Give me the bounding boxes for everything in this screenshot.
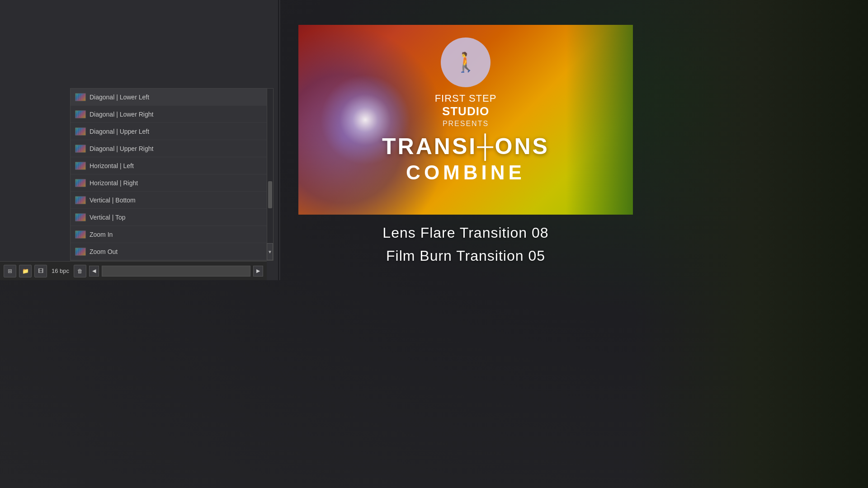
list-item[interactable]: Horizontal | Right bbox=[71, 174, 273, 192]
item-label: Horizontal | Left bbox=[90, 162, 134, 169]
list-item[interactable]: Diagonal | Lower Left bbox=[71, 89, 273, 106]
item-label: Vertical | Bottom bbox=[90, 197, 136, 204]
list-item[interactable]: Diagonal | Upper Left bbox=[71, 123, 273, 140]
list-item[interactable]: Vertical | Bottom bbox=[71, 192, 273, 209]
prev-button[interactable]: ◀ bbox=[89, 266, 99, 277]
scrollbar-thumb[interactable] bbox=[268, 181, 272, 208]
list-item[interactable]: Diagonal | Lower Right bbox=[71, 106, 273, 123]
crosshair-icon: ┼ bbox=[477, 134, 495, 159]
item-thumbnail-icon bbox=[75, 93, 86, 101]
green-overlay bbox=[566, 25, 633, 215]
item-thumbnail-icon bbox=[75, 127, 86, 136]
scroll-down-button[interactable]: ▼ bbox=[267, 243, 273, 260]
list-item[interactable]: Zoom In bbox=[71, 226, 273, 243]
transition-list: Diagonal | Lower LeftDiagonal | Lower Ri… bbox=[70, 88, 274, 261]
film-button[interactable]: 🎞 bbox=[34, 265, 47, 277]
item-label: Diagonal | Upper Right bbox=[90, 145, 153, 152]
item-label: Diagonal | Lower Left bbox=[90, 94, 149, 101]
item-thumbnail-icon bbox=[75, 162, 86, 170]
transitions-text-part2: ONS bbox=[495, 134, 549, 159]
folder-icon: 📁 bbox=[22, 268, 29, 274]
studio-logo-figure: 🚶 bbox=[454, 53, 477, 72]
list-item[interactable]: Zoom Out bbox=[71, 243, 273, 260]
delete-button[interactable]: 🗑 bbox=[74, 265, 86, 277]
list-item[interactable]: Diagonal | Upper Right bbox=[71, 140, 273, 157]
item-thumbnail-icon bbox=[75, 110, 86, 118]
item-label: Diagonal | Lower Right bbox=[90, 111, 153, 118]
scrollbar-track[interactable] bbox=[267, 89, 273, 243]
next-icon: ▶ bbox=[256, 268, 260, 274]
delete-icon: 🗑 bbox=[77, 268, 83, 274]
studio-name-block: FIRST STEP STUDIO bbox=[435, 93, 497, 118]
list-item[interactable]: Horizontal | Left bbox=[71, 157, 273, 174]
item-thumbnail-icon bbox=[75, 213, 86, 221]
caption-line-2: Film Burn Transition 05 bbox=[298, 244, 633, 267]
grid-icon: ⊞ bbox=[8, 268, 12, 274]
bpc-label: 16 bpc bbox=[50, 267, 71, 274]
studio-name-line1: FIRST STEP bbox=[435, 93, 497, 104]
right-dark-area bbox=[633, 0, 868, 488]
transitions-label: TRANSI┼ONS bbox=[382, 133, 549, 160]
preview-area: 🚶 FIRST STEP STUDIO PRESENTS TRANSI┼ONS … bbox=[298, 25, 633, 215]
item-label: Zoom Out bbox=[90, 248, 118, 255]
prev-icon: ◀ bbox=[92, 268, 96, 274]
presents-label: PRESENTS bbox=[443, 120, 489, 128]
panel-separator bbox=[278, 0, 279, 280]
left-panel: Diagonal | Lower LeftDiagonal | Lower Ri… bbox=[0, 0, 280, 280]
item-thumbnail-icon bbox=[75, 179, 86, 187]
transitions-block: TRANSI┼ONS COMBINE bbox=[382, 133, 549, 184]
scroll-down-icon: ▼ bbox=[268, 249, 272, 254]
item-thumbnail-icon bbox=[75, 196, 86, 204]
studio-name-line2: STUDIO bbox=[435, 104, 497, 118]
item-label: Horizontal | Right bbox=[90, 179, 138, 187]
combine-label: COMBINE bbox=[382, 161, 549, 184]
folder-button[interactable]: 📁 bbox=[19, 265, 32, 277]
studio-logo-circle: 🚶 bbox=[441, 38, 491, 87]
next-button[interactable]: ▶ bbox=[253, 266, 263, 277]
item-thumbnail-icon bbox=[75, 248, 86, 256]
grid-view-button[interactable]: ⊞ bbox=[4, 265, 16, 277]
preview-background: 🚶 FIRST STEP STUDIO PRESENTS TRANSI┼ONS … bbox=[298, 25, 633, 215]
item-label: Vertical | Top bbox=[90, 214, 126, 221]
item-label: Diagonal | Upper Left bbox=[90, 128, 149, 135]
film-icon: 🎞 bbox=[38, 268, 43, 274]
item-label: Zoom In bbox=[90, 231, 113, 238]
transitions-text-part: TRANSI bbox=[382, 134, 477, 159]
bottom-toolbar: ⊞ 📁 🎞 16 bpc 🗑 ◀ ▶ bbox=[0, 261, 267, 280]
item-thumbnail-icon bbox=[75, 145, 86, 153]
caption-line-1: Lens Flare Transition 08 bbox=[298, 221, 633, 244]
caption-area: Lens Flare Transition 08 Film Burn Trans… bbox=[298, 221, 633, 267]
presents-block: PRESENTS bbox=[443, 120, 489, 128]
item-thumbnail-icon bbox=[75, 230, 86, 239]
list-item[interactable]: Vertical | Top bbox=[71, 209, 273, 226]
search-input[interactable] bbox=[102, 266, 250, 277]
